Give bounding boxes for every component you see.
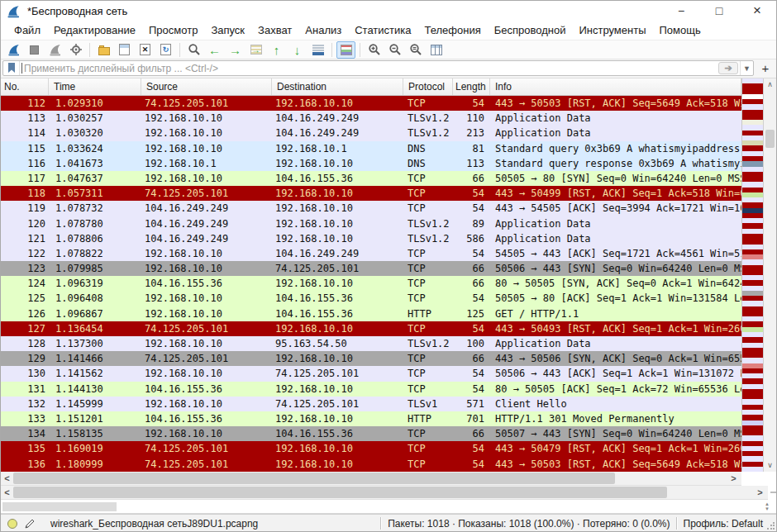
packet-row-123[interactable]: 1231.079985192.168.10.1074.125.205.101TC… — [1, 261, 741, 276]
packet-row-127[interactable]: 1271.13645474.125.205.101192.168.10.10TC… — [1, 321, 741, 336]
menu-item-1[interactable]: Файл — [7, 21, 47, 39]
auto-scroll-icon[interactable] — [308, 41, 327, 59]
packet-row-112[interactable]: 1121.02931074.125.205.101192.168.10.10TC… — [1, 96, 741, 111]
capture-comment-icon[interactable] — [24, 518, 36, 530]
go-top-icon[interactable]: ↑ — [267, 41, 286, 59]
start-capture-icon[interactable] — [4, 41, 23, 59]
cell-no: 136 — [1, 457, 49, 472]
pane-spinner-icon[interactable]: ▲▼ — [765, 501, 770, 511]
expert-info-icon[interactable] — [7, 519, 17, 529]
packet-row-135[interactable]: 1351.16901974.125.205.101192.168.10.10TC… — [1, 441, 741, 456]
menu-item-7[interactable]: Статистика — [348, 21, 417, 39]
cell-len: 54 — [453, 441, 490, 456]
main-toolbar: ✕↻←→→↑↓ — [1, 40, 776, 59]
column-header-time[interactable]: Time — [49, 78, 141, 95]
column-header-source[interactable]: Source — [141, 78, 272, 95]
menu-item-4[interactable]: Запуск — [204, 21, 251, 39]
scroll-left-icon[interactable]: < — [1, 486, 13, 499]
cell-no: 133 — [1, 411, 49, 426]
intelligent-scrollbar-minimap[interactable] — [742, 78, 764, 472]
packet-row-131[interactable]: 1311.144130104.16.155.36192.168.10.10TCP… — [1, 382, 741, 397]
reload-file-icon[interactable]: ↻ — [156, 41, 175, 59]
save-file-icon[interactable] — [115, 41, 134, 59]
packet-row-119[interactable]: 1191.078732104.16.249.249192.168.10.10TC… — [1, 201, 741, 216]
scroll-up-icon[interactable]: ∧ — [764, 78, 776, 91]
filter-dropdown-icon[interactable]: ▼ — [740, 61, 753, 75]
profile[interactable]: Профиль: Default — [684, 518, 764, 530]
menu-item-9[interactable]: Беспроводной — [488, 21, 573, 39]
go-forward-icon[interactable]: → — [226, 41, 245, 59]
colorize-icon[interactable] — [336, 41, 355, 59]
minimize-button[interactable]: − — [662, 1, 700, 21]
resize-columns-icon[interactable] — [427, 41, 446, 59]
packet-row-117[interactable]: 1171.047637192.168.10.10104.16.155.36TCP… — [1, 171, 741, 186]
column-header-destination[interactable]: Destination — [272, 78, 403, 95]
zoom-reset-icon[interactable] — [406, 41, 425, 59]
horizontal-scrollbar-secondary[interactable]: < > — [1, 486, 768, 500]
packet-row-116[interactable]: 1161.041673192.168.10.1192.168.10.10DNS1… — [1, 156, 741, 171]
scroll-right-icon[interactable]: > — [754, 486, 766, 499]
packet-row-134[interactable]: 1341.158135192.168.10.10104.16.155.36TCP… — [1, 426, 741, 441]
vertical-scrollbar-thumb[interactable] — [765, 130, 775, 148]
vertical-scrollbar[interactable]: ∧ ∨ — [764, 78, 776, 472]
packet-row-126[interactable]: 1261.096867192.168.10.10104.16.155.36HTT… — [1, 306, 741, 321]
column-header-info[interactable]: Info — [490, 78, 741, 95]
menu-item-3[interactable]: Просмотр — [142, 21, 204, 39]
horizontal-scrollbar-thumb[interactable] — [13, 473, 615, 484]
packet-row-136[interactable]: 1361.18099974.125.205.101192.168.10.10TC… — [1, 457, 741, 472]
menu-item-11[interactable]: Помощь — [653, 21, 708, 39]
packet-row-128[interactable]: 1281.137300192.168.10.1095.163.54.50TLSv… — [1, 336, 741, 351]
scroll-down-icon[interactable]: ∨ — [764, 459, 776, 472]
packet-row-118[interactable]: 1181.05731174.125.205.101192.168.10.10TC… — [1, 186, 741, 201]
stop-capture-icon[interactable] — [25, 41, 44, 59]
cell-no: 116 — [1, 156, 49, 171]
cell-len: 54 — [453, 246, 490, 261]
window-resize-grip[interactable] — [766, 522, 775, 530]
capture-filename[interactable]: wireshark_Беспроводная сетьJ89DU1.pcapng — [50, 518, 258, 530]
column-header-no[interactable]: No. — [1, 78, 49, 95]
go-back-icon[interactable]: ← — [205, 41, 224, 59]
apply-filter-button[interactable]: ➔ — [718, 62, 738, 74]
menu-item-8[interactable]: Телефония — [417, 21, 487, 39]
open-file-icon[interactable] — [94, 41, 113, 59]
horizontal-scrollbar-packet-list[interactable]: < > — [1, 472, 741, 486]
packet-row-133[interactable]: 1331.151201104.16.155.36192.168.10.10HTT… — [1, 411, 741, 426]
packet-row-114[interactable]: 1141.030320192.168.10.10104.16.249.249TL… — [1, 126, 741, 140]
zoom-in-icon[interactable] — [365, 41, 384, 59]
packet-row-115[interactable]: 1151.033624192.168.10.10192.168.10.1DNS8… — [1, 141, 741, 156]
scroll-left-icon[interactable]: < — [1, 472, 13, 485]
packet-row-130[interactable]: 1301.141562192.168.10.1074.125.205.101TC… — [1, 366, 741, 381]
close-file-icon[interactable]: ✕ — [136, 41, 155, 59]
packet-row-120[interactable]: 1201.078780104.16.249.249192.168.10.10TL… — [1, 216, 741, 231]
display-filter-input[interactable]: Применить дисплейный фильтр ... <Ctrl-/>… — [2, 60, 754, 76]
packet-row-113[interactable]: 1131.030257192.168.10.10104.16.249.249TL… — [1, 111, 741, 126]
menu-item-6[interactable]: Анализ — [298, 21, 348, 39]
filter-bookmark-icon[interactable] — [3, 61, 20, 75]
go-bottom-icon[interactable]: ↓ — [288, 41, 307, 59]
menu-item-2[interactable]: Редактирование — [47, 21, 142, 39]
maximize-button[interactable]: □ — [700, 1, 738, 21]
packet-row-122[interactable]: 1221.078822192.168.10.10104.16.249.249TC… — [1, 246, 741, 261]
packet-row-129[interactable]: 1291.14146674.125.205.101192.168.10.10TC… — [1, 351, 741, 366]
menu-item-10[interactable]: Инструменты — [572, 21, 652, 39]
pane-resize-handle[interactable] — [770, 492, 777, 493]
scroll-right-icon[interactable]: > — [727, 472, 740, 485]
restart-capture-icon[interactable] — [45, 41, 64, 59]
packet-row-132[interactable]: 1321.145999192.168.10.1074.125.205.101TL… — [1, 397, 741, 411]
capture-options-icon[interactable] — [66, 41, 85, 59]
zoom-out-icon[interactable] — [385, 41, 404, 59]
cell-len: 54 — [453, 201, 490, 216]
cell-no: 112 — [1, 96, 49, 111]
add-filter-button[interactable]: + — [758, 59, 773, 77]
go-to-packet-icon[interactable]: → — [246, 41, 265, 59]
column-header-protocol[interactable]: Protocol — [403, 78, 453, 95]
menu-item-5[interactable]: Захват — [251, 21, 298, 39]
close-button[interactable]: × — [738, 1, 776, 21]
column-header-length[interactable]: Length — [453, 78, 490, 95]
packet-row-121[interactable]: 1211.078806104.16.249.249192.168.10.10TL… — [1, 231, 741, 246]
find-packet-icon[interactable] — [184, 41, 203, 59]
packet-row-125[interactable]: 1251.096408192.168.10.10104.16.155.36TCP… — [1, 291, 741, 306]
packet-row-124[interactable]: 1241.096319104.16.155.36192.168.10.10TCP… — [1, 276, 741, 291]
cell-info: 80 → 50505 [ACK] Seq=1 Ack=72 Win=65536 … — [490, 382, 741, 397]
horizontal-scrollbar-thumb[interactable] — [13, 487, 667, 498]
